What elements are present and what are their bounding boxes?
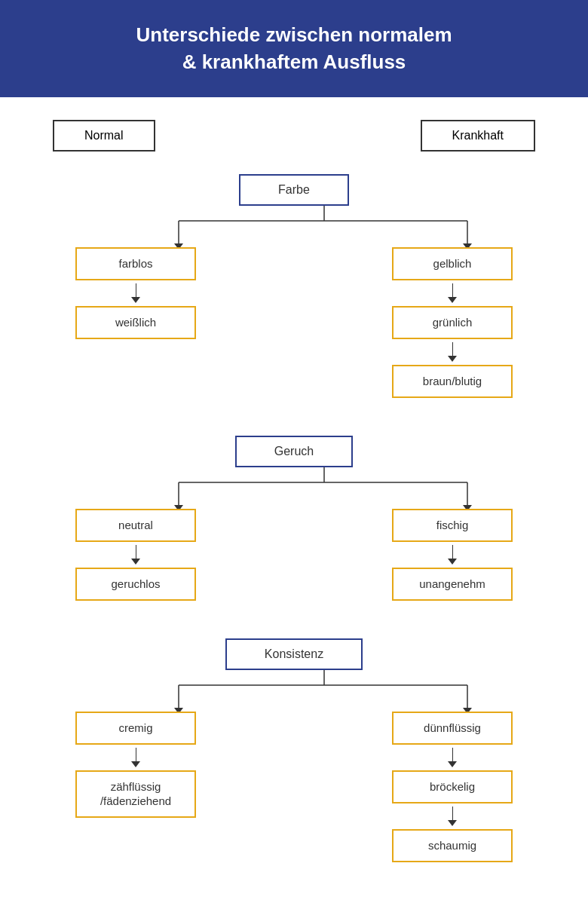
farbe-right-branch: gelblich grünlich braun/blutig	[388, 247, 516, 398]
geruch-left-branch: neutral geruchlos	[72, 509, 200, 601]
category-farbe: Farbe	[239, 174, 349, 206]
farbe-lines	[30, 206, 558, 247]
column-headers: Normal Krankhaft	[30, 120, 558, 152]
geruch-left-item-1: geruchlos	[75, 568, 196, 601]
konsistenz-right-item-2: schaumig	[392, 829, 513, 862]
farbe-branches: farblos weißlich gelblich grünlich braun…	[30, 247, 558, 398]
farbe-left-item-0: farblos	[75, 247, 196, 280]
farbe-right-item-0: gelblich	[392, 247, 513, 280]
geruch-right-item-0: fischig	[392, 509, 513, 542]
farbe-right-item-1: grünlich	[392, 306, 513, 339]
geruch-branches: neutral geruchlos fischig unangenehm	[30, 509, 558, 601]
konsistenz-right-arrow-0	[448, 748, 457, 767]
konsistenz-left-item-1: zähflüssig /fädenziehend	[75, 770, 196, 818]
konsistenz-right-item-0: dünnflüssig	[392, 712, 513, 745]
farbe-left-arrow-0	[131, 283, 140, 303]
section-geruch: Geruch neutral geruchlos	[30, 436, 558, 601]
konsistenz-right-branch: dünnflüssig bröckelig schaumig	[388, 712, 516, 862]
konsistenz-branches: cremig zähflüssig /fädenziehend dünnflüs…	[30, 712, 558, 862]
column-normal: Normal	[53, 120, 155, 152]
konsistenz-right-arrow-1	[448, 807, 457, 826]
geruch-right-branch: fischig unangenehm	[388, 509, 516, 601]
page-title: Unterschiede zwischen normalem & krankha…	[30, 21, 558, 76]
konsistenz-left-arrow-0	[131, 748, 140, 767]
category-geruch: Geruch	[235, 436, 353, 467]
konsistenz-lines	[30, 670, 558, 712]
geruch-left-item-0: neutral	[75, 509, 196, 542]
konsistenz-left-branch: cremig zähflüssig /fädenziehend	[72, 712, 200, 862]
geruch-right-item-1: unangenehm	[392, 568, 513, 601]
konsistenz-left-item-0: cremig	[75, 712, 196, 745]
section-konsistenz: Konsistenz cremig zähflüssig /fädenziehe…	[30, 638, 558, 862]
farbe-left-item-1: weißlich	[75, 306, 196, 339]
geruch-lines	[30, 467, 558, 509]
geruch-left-arrow-0	[131, 545, 140, 565]
category-konsistenz: Konsistenz	[225, 638, 363, 670]
section-farbe: Farbe	[30, 174, 558, 398]
farbe-right-arrow-1	[448, 342, 457, 362]
geruch-right-arrow-0	[448, 545, 457, 565]
page: Unterschiede zwischen normalem & krankha…	[0, 0, 588, 906]
column-krankhaft: Krankhaft	[421, 120, 535, 152]
farbe-right-item-2: braun/blutig	[392, 365, 513, 398]
farbe-left-branch: farblos weißlich	[72, 247, 200, 398]
farbe-right-arrow-0	[448, 283, 457, 303]
konsistenz-right-item-1: bröckelig	[392, 770, 513, 803]
content: Normal Krankhaft Farbe	[0, 97, 588, 906]
header: Unterschiede zwischen normalem & krankha…	[0, 0, 588, 97]
